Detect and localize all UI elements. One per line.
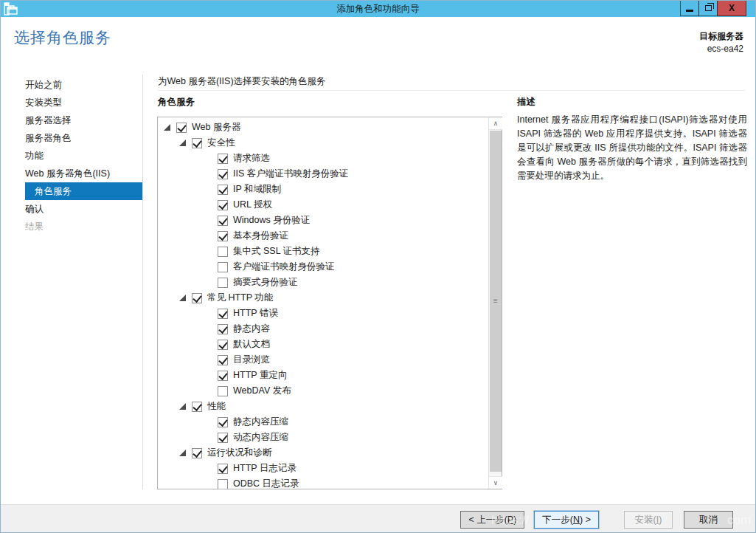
tree-item-label: 动态内容压缩	[233, 431, 288, 444]
tree-item-checkbox[interactable]	[192, 402, 202, 412]
sidebar-item-结果: 结果	[1, 218, 142, 235]
tree-scrollbar[interactable]: ∧ ≡ ∨	[488, 117, 502, 489]
tree-item[interactable]: 静态内容	[158, 321, 488, 337]
role-services-tree: Web 服务器 安全性 请求筛选 IIS 客户端证书映射身份验证 IP 和域限制…	[157, 117, 502, 489]
wizard-steps-sidebar: 开始之前安装类型服务器选择服务器角色功能Web 服务器角色(IIS)角色服务确认…	[1, 76, 142, 235]
expand-arrow-icon[interactable]	[179, 295, 186, 301]
tree-item[interactable]: URL 授权	[158, 197, 488, 213]
footer-button-install: 安装(I)	[624, 511, 673, 529]
footer-button-cancel[interactable]: 取消	[684, 511, 733, 529]
tree-item[interactable]: WebDAV 发布	[158, 383, 488, 399]
tree-item-label: HTTP 日志记录	[233, 462, 296, 475]
tree-item-label: 请求筛选	[233, 152, 270, 165]
tree-item-label: WebDAV 发布	[233, 385, 291, 397]
tree-item[interactable]: IIS 客户端证书映射身份验证	[158, 166, 488, 182]
sidebar-item-确认[interactable]: 确认	[1, 200, 142, 218]
tree-item-label: IP 和域限制	[233, 183, 281, 196]
wizard-window: 添加角色和功能向导 X 选择角色服务 目标服务器 ecs-ea42 开始之前安装…	[0, 0, 756, 533]
tree-item-checkbox[interactable]	[218, 324, 228, 334]
target-server-label: 目标服务器	[699, 30, 743, 43]
tree-item[interactable]: 安全性	[158, 135, 488, 151]
tree-item[interactable]: 常见 HTTP 功能	[158, 290, 488, 306]
scroll-down-icon[interactable]: ∨	[489, 476, 502, 489]
sidebar-item-Web 服务器角色(IIS)[interactable]: Web 服务器角色(IIS)	[1, 165, 142, 182]
tree-item-checkbox[interactable]	[218, 216, 228, 226]
tree-item-label: 常见 HTTP 功能	[207, 292, 273, 304]
sidebar-item-安装类型[interactable]: 安装类型	[1, 94, 142, 111]
tree-item-checkbox[interactable]	[192, 448, 202, 458]
tree-item-checkbox[interactable]	[218, 355, 228, 365]
tree-item[interactable]: 性能	[158, 399, 488, 414]
tree-item[interactable]: Windows 身份验证	[158, 213, 488, 228]
tree-item-checkbox[interactable]	[218, 231, 228, 241]
footer-button-prev[interactable]: < 上一步(P)	[460, 511, 524, 529]
tree-item-checkbox[interactable]	[176, 123, 187, 133]
window-title: 添加角色和功能向导	[1, 1, 755, 17]
tree-item-checkbox[interactable]	[218, 200, 228, 210]
tree-item[interactable]: 摘要式身份验证	[158, 275, 488, 290]
expand-arrow-icon[interactable]	[179, 140, 186, 146]
tree-item-checkbox[interactable]	[218, 247, 228, 257]
close-button[interactable]: X	[717, 1, 746, 16]
tree-item-label: 安全性	[207, 137, 235, 149]
tree-item-checkbox[interactable]	[218, 154, 228, 164]
scroll-up-icon[interactable]: ∧	[489, 117, 502, 130]
tree-item[interactable]: IP 和域限制	[158, 182, 488, 197]
tree-item-checkbox[interactable]	[218, 185, 228, 195]
tree-item[interactable]: HTTP 重定向	[158, 368, 488, 383]
tree-item-label: 客户端证书映射身份验证	[233, 261, 335, 273]
subtitle-divider	[157, 90, 746, 91]
tree-item[interactable]: 集中式 SSL 证书支持	[158, 244, 488, 259]
tree-item-checkbox[interactable]	[218, 386, 228, 396]
expand-arrow-icon[interactable]	[179, 450, 186, 456]
tree-rows: Web 服务器 安全性 请求筛选 IIS 客户端证书映射身份验证 IP 和域限制…	[158, 120, 488, 489]
tree-item-checkbox[interactable]	[218, 417, 228, 427]
tree-item[interactable]: HTTP 日志记录	[158, 461, 488, 476]
tree-item-checkbox[interactable]	[218, 464, 228, 474]
tree-item-checkbox[interactable]	[218, 371, 228, 381]
close-icon: X	[729, 3, 735, 13]
tree-item[interactable]: Web 服务器	[158, 120, 488, 135]
page-title: 选择角色服务	[14, 27, 111, 48]
tree-item[interactable]: ODBC 日志记录	[158, 476, 488, 489]
tree-item-label: Web 服务器	[192, 121, 240, 134]
sidebar-item-角色服务[interactable]: 角色服务	[25, 182, 142, 200]
tree-item-checkbox[interactable]	[218, 278, 228, 288]
tree-item[interactable]: 客户端证书映射身份验证	[158, 259, 488, 275]
tree-item-checkbox[interactable]	[192, 293, 202, 303]
sidebar-item-服务器选择[interactable]: 服务器选择	[1, 111, 142, 129]
sidebar-separator	[142, 75, 143, 489]
tree-item[interactable]: 目录浏览	[158, 352, 488, 368]
tree-item-checkbox[interactable]	[218, 169, 228, 179]
sidebar-item-服务器角色[interactable]: 服务器角色	[1, 129, 142, 147]
footer-buttons: < 上一步(P)下一步(N) >安装(I)取消	[460, 511, 733, 529]
minimize-button[interactable]	[680, 1, 699, 16]
tree-item[interactable]: 基本身份验证	[158, 228, 488, 244]
tree-item-checkbox[interactable]	[192, 138, 202, 148]
tree-item-label: 静态内容压缩	[233, 416, 288, 428]
footer-button-next[interactable]: 下一步(N) >	[534, 511, 599, 529]
sidebar-item-功能[interactable]: 功能	[1, 147, 142, 165]
scrollbar-grip-icon: ≡	[493, 300, 498, 303]
tree-item-checkbox[interactable]	[218, 262, 228, 272]
role-services-label: 角色服务	[158, 96, 195, 109]
expand-arrow-icon[interactable]	[164, 124, 170, 131]
minimize-icon	[686, 10, 693, 12]
tree-item[interactable]: 静态内容压缩	[158, 414, 488, 430]
tree-item-checkbox[interactable]	[218, 340, 228, 350]
tree-item-checkbox[interactable]	[218, 433, 228, 443]
tree-item[interactable]: 请求筛选	[158, 151, 488, 166]
tree-item[interactable]: HTTP 错误	[158, 306, 488, 321]
tree-item-label: 集中式 SSL 证书支持	[233, 245, 320, 258]
tree-item[interactable]: 动态内容压缩	[158, 430, 488, 445]
tree-item[interactable]: 默认文档	[158, 337, 488, 352]
tree-item[interactable]: 运行状况和诊断	[158, 445, 488, 461]
expand-arrow-icon[interactable]	[179, 403, 186, 410]
sidebar-item-开始之前[interactable]: 开始之前	[1, 76, 142, 94]
tree-item-checkbox[interactable]	[218, 309, 228, 319]
scrollbar-thumb[interactable]: ≡	[490, 131, 502, 472]
tree-item-label: 静态内容	[233, 323, 270, 335]
tree-item-label: 摘要式身份验证	[233, 276, 298, 289]
restore-button[interactable]	[698, 1, 718, 16]
tree-item-checkbox[interactable]	[218, 479, 228, 489]
